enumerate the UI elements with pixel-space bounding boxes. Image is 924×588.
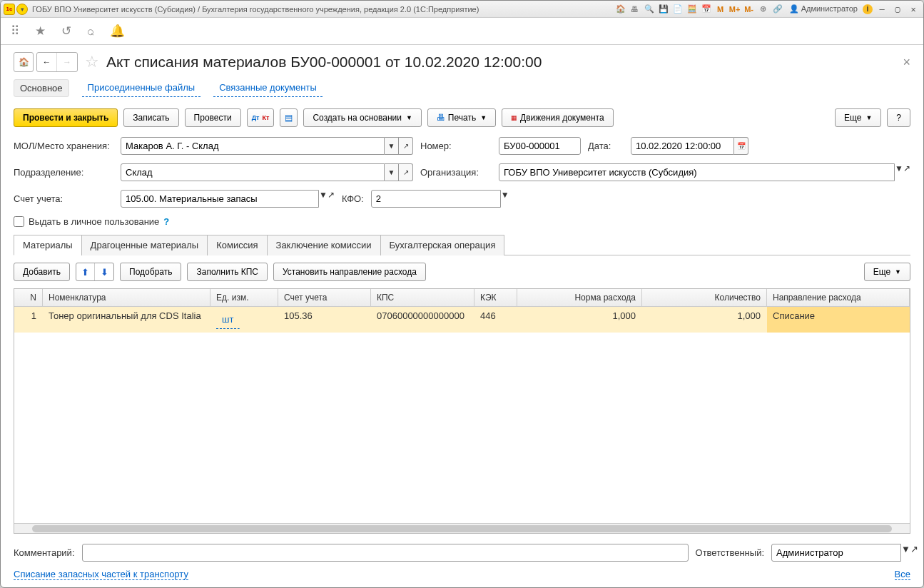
memory-mplus-icon[interactable]: M+ (728, 3, 741, 16)
mol-dropdown-icon[interactable]: ▼ (385, 137, 399, 155)
cell-norm[interactable]: 1,000 (517, 307, 642, 333)
search-icon[interactable]: ⌕ (87, 24, 94, 39)
history-icon[interactable]: ↺ (61, 24, 71, 39)
doc-icon[interactable]: 📄 (671, 3, 684, 16)
cell-kps[interactable]: 07060000000000000 (371, 307, 474, 333)
calendar-icon[interactable]: 📅 (700, 3, 713, 16)
org-open-icon[interactable]: ↗ (903, 163, 910, 181)
subnav-related[interactable]: Связанные документы (213, 79, 323, 97)
nav-forward-button[interactable]: → (57, 53, 77, 71)
pick-button[interactable]: Подобрать (120, 263, 181, 281)
scrollbar-thumb[interactable] (32, 525, 892, 532)
tab-accounting[interactable]: Бухгалтерская операция (380, 235, 505, 255)
account-input[interactable] (121, 190, 319, 208)
tab-conclusion[interactable]: Заключение комиссии (267, 235, 381, 255)
account-open-icon[interactable]: ↗ (328, 190, 335, 208)
help-button[interactable]: ? (887, 108, 910, 127)
tab-commission[interactable]: Комиссия (207, 235, 267, 255)
move-down-button[interactable]: ⬇ (95, 263, 113, 280)
app-icon[interactable]: 1c (4, 4, 15, 15)
memory-mminus-icon[interactable]: M- (743, 3, 756, 16)
col-header-norm[interactable]: Норма расхода (517, 289, 642, 306)
table-body[interactable]: 1 Тонер оригинальный для CDS Italia шт 1… (14, 307, 910, 523)
save-button[interactable]: Записать (123, 108, 178, 127)
tab-materials[interactable]: Материалы (14, 235, 82, 255)
favorite-star-icon[interactable]: ☆ (85, 53, 99, 71)
org-input[interactable] (499, 163, 895, 181)
responsible-dropdown-icon[interactable]: ▼ (901, 544, 910, 562)
col-header-dir[interactable]: Направление расхода (767, 289, 910, 306)
subnav-main[interactable]: Основное (14, 79, 69, 97)
date-input[interactable] (631, 137, 734, 155)
dt-kt-button[interactable]: ДтКт (247, 108, 275, 127)
maximize-button[interactable]: ▢ (890, 4, 905, 15)
post-button[interactable]: Провести (185, 108, 241, 127)
table-row[interactable]: 1 Тонер оригинальный для CDS Italia шт 1… (14, 307, 910, 333)
move-up-button[interactable]: ⬆ (76, 263, 95, 280)
division-dropdown-icon[interactable]: ▼ (385, 163, 399, 181)
close-window-button[interactable]: ✕ (906, 4, 920, 15)
zoom-icon[interactable]: ⊕ (757, 3, 770, 16)
minimize-button[interactable]: — (875, 4, 889, 15)
close-page-button[interactable]: × (903, 55, 910, 70)
col-header-kek[interactable]: КЭК (474, 289, 517, 306)
favorites-icon[interactable]: ★ (35, 24, 46, 39)
fill-kps-button[interactable]: Заполнить КПС (187, 263, 268, 281)
user-label[interactable]: 👤 Администратор (789, 4, 858, 14)
apps-icon[interactable]: ⠿ (11, 24, 19, 39)
save-disk-icon[interactable]: 💾 (657, 3, 670, 16)
col-header-kps[interactable]: КПС (371, 289, 474, 306)
date-picker-icon[interactable]: 📅 (734, 137, 748, 155)
all-link[interactable]: Все (895, 569, 910, 580)
cell-nom[interactable]: Тонер оригинальный для CDS Italia (43, 307, 210, 333)
nav-back-button[interactable]: ← (37, 53, 57, 71)
mol-input[interactable] (121, 137, 385, 155)
cell-acct[interactable]: 105.36 (278, 307, 371, 333)
col-header-qty[interactable]: Количество (642, 289, 767, 306)
nav-home-button[interactable]: 🏠 (14, 52, 34, 72)
link-icon[interactable]: 🔗 (771, 3, 784, 16)
calc-icon[interactable]: 🧮 (686, 3, 699, 16)
print-icon[interactable]: 🖶 (629, 3, 641, 16)
division-input[interactable] (121, 163, 385, 181)
add-row-button[interactable]: Добавить (14, 263, 70, 281)
preview-icon[interactable]: 🔍 (643, 3, 656, 16)
responsible-input[interactable] (771, 544, 901, 562)
post-and-close-button[interactable]: Провести и закрыть (14, 108, 118, 127)
kfo-dropdown-icon[interactable]: ▼ (501, 190, 509, 208)
personal-use-help-icon[interactable]: ? (163, 216, 169, 227)
home-icon[interactable]: 🏠 (614, 3, 627, 16)
tab-precious[interactable]: Драгоценные материалы (81, 235, 208, 255)
personal-use-checkbox[interactable] (14, 216, 24, 227)
notifications-icon[interactable]: 🔔 (110, 24, 125, 39)
app-menu-icon[interactable]: ▾ (16, 4, 28, 15)
kfo-input[interactable] (371, 190, 501, 208)
responsible-open-icon[interactable]: ↗ (910, 544, 918, 562)
org-dropdown-icon[interactable]: ▼ (895, 163, 903, 181)
list-button[interactable]: ▤ (280, 108, 298, 127)
create-based-button[interactable]: Создать на основании▼ (303, 108, 421, 127)
horizontal-scrollbar[interactable] (14, 523, 910, 533)
movements-button[interactable]: ▦Движения документа (502, 108, 614, 127)
subnav-files[interactable]: Присоединенные файлы (82, 79, 201, 97)
cell-kek[interactable]: 446 (474, 307, 517, 333)
division-open-icon[interactable]: ↗ (399, 163, 413, 181)
print-button[interactable]: 🖶Печать▼ (427, 108, 496, 127)
cell-qty[interactable]: 1,000 (642, 307, 767, 333)
mol-open-icon[interactable]: ↗ (399, 137, 413, 155)
col-header-acct[interactable]: Счет учета (278, 289, 371, 306)
set-direction-button[interactable]: Установить направление расхода (273, 263, 426, 281)
cell-dir[interactable]: Списание (767, 307, 910, 333)
comment-input[interactable] (82, 544, 689, 562)
col-header-nom[interactable]: Номенклатура (43, 289, 210, 306)
cell-n[interactable]: 1 (14, 307, 43, 333)
writeoff-link[interactable]: Списание запасных частей к транспорту (14, 569, 188, 580)
info-icon[interactable]: i (863, 4, 873, 14)
account-dropdown-icon[interactable]: ▼ (319, 190, 328, 208)
tab-more-button[interactable]: Еще▼ (864, 263, 910, 281)
cell-unit[interactable]: шт (216, 310, 240, 329)
number-input[interactable] (499, 137, 581, 155)
more-button[interactable]: Еще▼ (835, 108, 881, 127)
memory-m-icon[interactable]: M (714, 3, 727, 16)
col-header-unit[interactable]: Ед. изм. (210, 289, 278, 306)
